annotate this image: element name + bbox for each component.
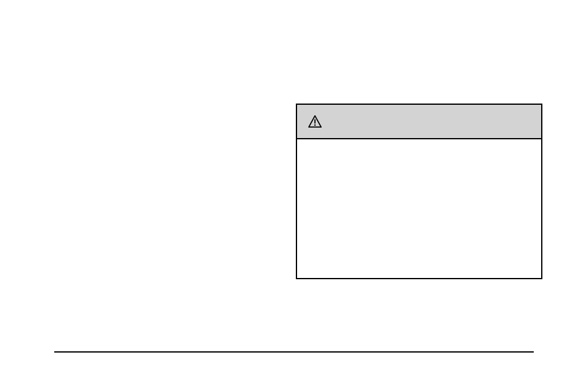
svg-point-1	[314, 125, 316, 126]
footer-rule	[54, 351, 534, 353]
caution-box	[296, 104, 542, 279]
caution-header	[297, 105, 541, 139]
warning-icon	[308, 115, 322, 128]
caution-body	[297, 139, 541, 278]
